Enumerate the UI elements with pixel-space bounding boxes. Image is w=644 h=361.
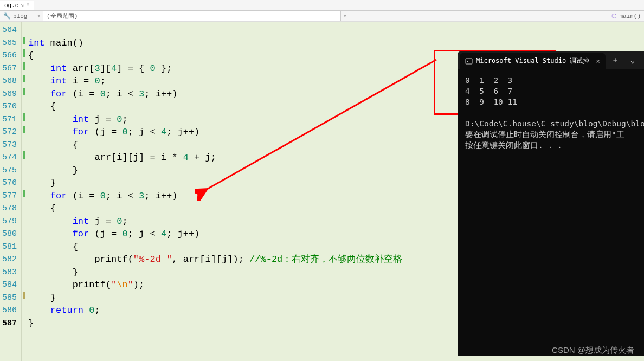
cube-icon: ⬡ xyxy=(611,12,617,20)
console-output[interactable]: 0 1 2 3 4 5 6 7 8 9 10 11 D:\Code\C.hous… xyxy=(458,69,644,156)
scope-label[interactable]: blog xyxy=(13,13,27,20)
pin-icon[interactable]: ⇲ xyxy=(21,2,24,9)
tab-name: og.c xyxy=(4,2,18,9)
console-title: Microsoft Visual Studio 调试控 xyxy=(476,56,589,66)
change-marks xyxy=(22,22,28,361)
terminal-icon xyxy=(465,57,473,65)
navigation-bar: 🔧 blog ▾ (全局范围) ▾ ⬡ main() xyxy=(0,11,644,22)
close-icon[interactable]: × xyxy=(26,2,29,8)
tab-menu-button[interactable]: ⌄ xyxy=(624,53,641,67)
chevron-down-icon: ▾ xyxy=(343,12,347,20)
divider: ▾ xyxy=(37,12,41,20)
new-tab-button[interactable]: ＋ xyxy=(607,53,623,67)
close-icon[interactable]: × xyxy=(596,57,600,65)
watermark: CSDN @想成为传火者 xyxy=(552,345,634,356)
console-tabs: Microsoft Visual Studio 调试控 × ＋ ⌄ xyxy=(458,51,644,69)
wrench-icon: 🔧 xyxy=(3,12,11,20)
function-label[interactable]: main() xyxy=(619,13,641,20)
svg-rect-1 xyxy=(466,59,472,64)
file-tab[interactable]: og.c ⇲ × xyxy=(0,1,34,10)
file-tabs: og.c ⇲ × xyxy=(0,0,644,11)
line-gutter: 5645655665675685695705715725735745755765… xyxy=(0,22,22,361)
console-tab[interactable]: Microsoft Visual Studio 调试控 × xyxy=(460,53,606,69)
debug-console[interactable]: Microsoft Visual Studio 调试控 × ＋ ⌄ 0 1 2 … xyxy=(458,51,644,356)
scope-dropdown[interactable]: (全局范围) xyxy=(43,11,341,21)
